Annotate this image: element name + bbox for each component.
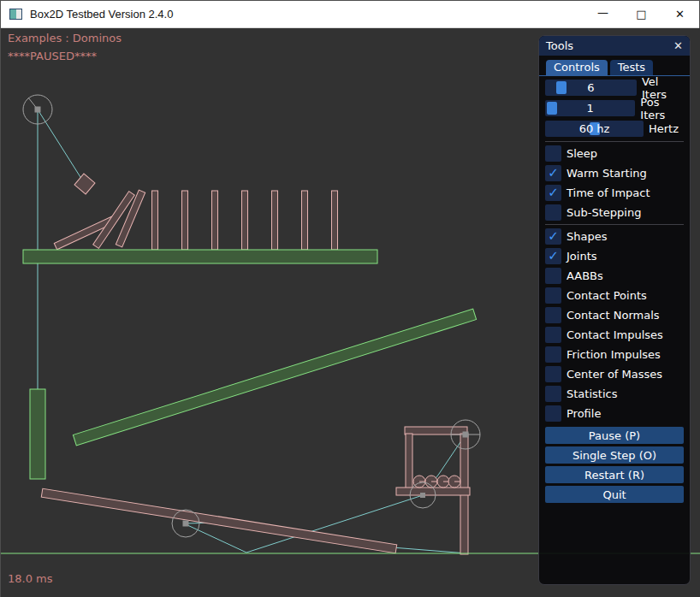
slider-value: 1	[545, 100, 635, 116]
checkbox-box[interactable]: ✓	[545, 366, 561, 382]
cradle-shelf[interactable]	[396, 488, 470, 495]
checkbox-box[interactable]: ✓	[545, 327, 561, 343]
domino[interactable]	[302, 191, 308, 250]
minimize-button[interactable]: —	[584, 1, 622, 28]
checkbox-contact-impulses[interactable]: ✓ Contact Impulses	[545, 327, 684, 343]
domino[interactable]	[182, 191, 188, 250]
checkmark-icon: ✓	[548, 230, 559, 243]
checkbox-box[interactable]: ✓	[545, 386, 561, 402]
checkbox-sub-stepping[interactable]: ✓ Sub-Stepping	[545, 204, 684, 221]
button-restart-r[interactable]: Restart (R)	[545, 466, 684, 483]
checkbox-label: Time of Impact	[567, 186, 650, 199]
tower-block[interactable]	[30, 389, 45, 479]
frame-time-label: 18.0 ms	[8, 572, 53, 585]
checkbox-time-of-impact[interactable]: ✓ Time of Impact	[545, 185, 684, 201]
slider-track[interactable]: 60 hz	[545, 121, 644, 137]
tab-controls[interactable]: Controls	[546, 60, 608, 75]
checkbox-shapes[interactable]: ✓ Shapes	[545, 228, 684, 245]
cradle-top-bar[interactable]	[405, 427, 467, 434]
checkbox-sleep[interactable]: ✓ Sleep	[545, 145, 684, 162]
close-icon: ✕	[675, 8, 685, 21]
checkbox-box[interactable]: ✓	[545, 165, 561, 181]
tab-label: Controls	[554, 61, 600, 74]
slider-track[interactable]: 6	[545, 80, 637, 96]
checkbox-box[interactable]: ✓	[545, 185, 561, 201]
app-icon	[9, 9, 22, 20]
domino[interactable]	[272, 191, 278, 250]
checkbox-statistics[interactable]: ✓ Statistics	[545, 386, 684, 402]
checkbox-joints[interactable]: ✓ Joints	[545, 248, 684, 264]
checkbox-label: Statistics	[567, 387, 617, 400]
window-controls: — □ ✕	[584, 1, 699, 28]
domino[interactable]	[152, 191, 158, 250]
checkbox-box[interactable]: ✓	[545, 287, 561, 304]
slider-track[interactable]: 1	[545, 100, 635, 116]
checkbox-label: Shapes	[567, 230, 607, 243]
button-single-step-o[interactable]: Single Step (O)	[545, 446, 684, 464]
checkbox-label: Contact Normals	[567, 309, 660, 322]
checkbox-aabbs[interactable]: ✓ AABBs	[545, 268, 684, 284]
paused-label: ****PAUSED****	[8, 50, 97, 62]
checkbox-friction-impulses[interactable]: ✓ Friction Impulses	[545, 346, 684, 363]
close-button[interactable]: ✕	[661, 1, 699, 28]
slider-label: Pos Iters	[640, 96, 684, 121]
checkbox-group-draw: ✓ Shapes ✓ Joints ✓ AABBs ✓ Contact Poin…	[545, 228, 684, 422]
pendulum-anchor-point	[35, 107, 41, 113]
checkbox-box[interactable]: ✓	[545, 145, 561, 162]
checkbox-box[interactable]: ✓	[545, 204, 561, 221]
domino-shelf[interactable]	[23, 250, 377, 263]
checkbox-box[interactable]: ✓	[545, 405, 561, 422]
domino[interactable]	[212, 191, 218, 250]
cradle-upper-anchor-point	[463, 432, 469, 438]
panel-close-icon[interactable]: ✕	[673, 40, 683, 51]
maximize-button[interactable]: □	[622, 1, 661, 28]
tab-tests[interactable]: Tests	[610, 60, 653, 75]
tab-bar: ControlsTests	[539, 56, 690, 76]
checkbox-box[interactable]: ✓	[545, 346, 561, 363]
separator	[545, 141, 684, 142]
checkbox-label: AABBs	[567, 269, 603, 282]
checkbox-label: Sleep	[567, 147, 597, 160]
cradle-lower-anchor-point	[420, 493, 425, 498]
button-pause-p[interactable]: Pause (P)	[545, 427, 684, 444]
app-window: Box2D Testbed Version 2.4.0 — □ ✕	[0, 0, 700, 597]
slider-section: 6 Vel Iters 1 Pos Iters 60 hz Hertz	[545, 80, 684, 137]
slider-hertz: 60 hz Hertz	[545, 121, 684, 137]
domino[interactable]	[332, 191, 338, 250]
swing-block[interactable]	[74, 174, 95, 194]
maximize-icon: □	[636, 8, 646, 21]
tab-label: Tests	[618, 61, 645, 74]
client-area: Examples : Dominos ****PAUSED**** 18.0 m…	[1, 28, 700, 597]
checkbox-contact-normals[interactable]: ✓ Contact Normals	[545, 307, 684, 323]
tools-panel-titlebar[interactable]: Tools ✕	[539, 36, 690, 56]
checkbox-profile[interactable]: ✓ Profile	[545, 405, 684, 422]
checkbox-label: Warm Starting	[567, 167, 647, 180]
slider-pos-iters: 1 Pos Iters	[545, 100, 684, 116]
minimize-icon: —	[597, 6, 608, 19]
checkmark-icon: ✓	[548, 186, 559, 199]
example-label: Examples : Dominos	[8, 32, 122, 44]
cradle-left-post[interactable]	[406, 434, 412, 490]
tools-panel: Tools ✕ ControlsTests 6 Vel Iters 1 Pos …	[538, 35, 691, 585]
checkbox-box[interactable]: ✓	[545, 248, 561, 264]
window-title: Box2D Testbed Version 2.4.0	[30, 8, 173, 21]
joint-rope-ground	[392, 547, 467, 553]
window-titlebar: Box2D Testbed Version 2.4.0 — □ ✕	[1, 1, 699, 28]
button-quit[interactable]: Quit	[545, 486, 684, 503]
checkmark-icon: ✓	[548, 250, 559, 263]
separator	[545, 224, 684, 225]
checkbox-contact-points[interactable]: ✓ Contact Points	[545, 287, 684, 304]
ramp-plank[interactable]	[73, 309, 476, 446]
slider-vel-iters: 6 Vel Iters	[545, 80, 684, 96]
checkbox-label: Center of Masses	[567, 368, 662, 381]
checkbox-group-simulation: ✓ Sleep ✓ Warm Starting ✓ Time of Impact…	[545, 145, 684, 221]
checkbox-center-of-masses[interactable]: ✓ Center of Masses	[545, 366, 684, 382]
checkbox-box[interactable]: ✓	[545, 228, 561, 245]
tools-panel-title: Tools	[546, 39, 573, 52]
checkbox-warm-starting[interactable]: ✓ Warm Starting	[545, 165, 684, 181]
panel-content: 6 Vel Iters 1 Pos Iters 60 hz Hertz ✓ Sl…	[539, 76, 690, 503]
checkbox-box[interactable]: ✓	[545, 307, 561, 323]
domino[interactable]	[242, 191, 248, 250]
checkbox-box[interactable]: ✓	[545, 268, 561, 284]
slider-value: 6	[545, 80, 637, 96]
